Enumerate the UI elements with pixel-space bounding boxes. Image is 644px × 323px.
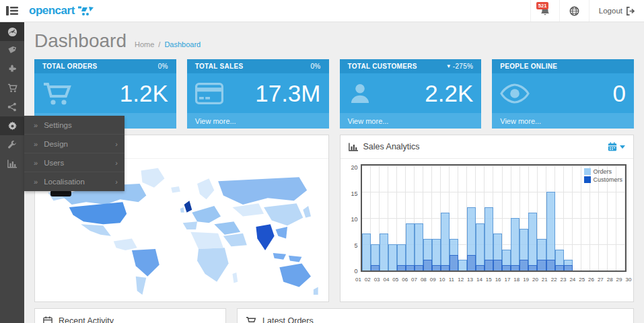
chart-y-axis-labels: 20151050: [347, 164, 361, 275]
country-centralasia-shape[interactable]: [232, 203, 264, 216]
sidebar-item-dashboard[interactable]: [0, 22, 24, 41]
sidebar-item-extensions[interactable]: [0, 60, 24, 79]
tile-label: PEOPLE ONLINE: [500, 63, 557, 70]
country-argentina-shape[interactable]: [136, 277, 147, 295]
orders-swatch: [584, 168, 591, 175]
chart-bar-customers: [423, 260, 432, 271]
country-colombia-shape[interactable]: [114, 239, 137, 250]
chart-bar-customers: [476, 265, 485, 271]
calendar-icon: [608, 142, 617, 151]
country-usa-shape[interactable]: [69, 202, 127, 224]
view-more-link[interactable]: View more...: [187, 113, 329, 129]
menu-item-label: Design: [44, 140, 68, 148]
country-uk-shape[interactable]: [184, 201, 192, 212]
y-tick-label: 15: [351, 190, 357, 197]
menu-item-localisation[interactable]: » Localisation ›: [24, 172, 124, 191]
sales-panel-title: Sales Analytics: [363, 142, 420, 151]
tile-value: 1.2K: [72, 80, 168, 107]
x-tick-label: 25: [577, 277, 587, 283]
country-japan-shape[interactable]: [303, 206, 311, 217]
tile-value: 0: [530, 80, 626, 107]
x-tick-label: 12: [456, 277, 466, 283]
chart-bar-orders: [406, 223, 415, 271]
country-iceland-shape[interactable]: [171, 186, 180, 193]
country-australia-shape[interactable]: [279, 263, 311, 287]
country-indonesia-shape[interactable]: [273, 253, 286, 260]
x-tick-label: 18: [512, 277, 522, 283]
menu-item-design[interactable]: » Design ›: [24, 135, 124, 153]
chart-bar-orders: [546, 192, 555, 271]
calendar-icon: [43, 316, 52, 323]
country-spain-shape[interactable]: [183, 221, 197, 229]
x-tick-label: 17: [503, 277, 512, 283]
country-mexico-shape[interactable]: [81, 224, 111, 236]
view-more-link[interactable]: View more...: [340, 113, 482, 129]
country-india-shape[interactable]: [256, 224, 274, 250]
sidebar-toggle-button[interactable]: [0, 0, 24, 22]
x-tick-label: 11: [447, 277, 456, 283]
tile-value: 17.3M: [223, 80, 321, 107]
country-brazil-shape[interactable]: [132, 249, 159, 277]
chart-bar-customers: [450, 255, 458, 271]
x-tick-label: 14: [474, 277, 484, 283]
x-tick-label: 20: [531, 277, 540, 283]
recent-activity-panel: Recent Activity: [34, 308, 226, 323]
chart-bar-customers: [397, 265, 406, 271]
country-africa-shape[interactable]: [197, 248, 229, 281]
breadcrumb-current[interactable]: Dashboard: [164, 40, 201, 48]
menu-item-users[interactable]: » Users ›: [24, 153, 124, 172]
tile-people-online: PEOPLE ONLINE 0 View more...: [492, 59, 634, 129]
legend-label: Customers: [593, 176, 622, 183]
sidebar-item-catalog[interactable]: [0, 41, 24, 60]
breadcrumb-home[interactable]: Home: [135, 40, 154, 48]
menu-item-settings[interactable]: » Settings: [24, 116, 124, 135]
x-tick-label: 24: [568, 277, 577, 283]
country-greenland-shape[interactable]: [141, 168, 165, 188]
country-mideast-shape[interactable]: [214, 221, 240, 234]
menu-item-label: Settings: [44, 121, 72, 129]
dashboard-icon: [7, 27, 17, 37]
opencart-admin-dashboard: opencart 521 Logout: [0, 0, 644, 323]
menu-item-label: Localisation: [44, 178, 85, 186]
view-more-link[interactable]: View more...: [492, 113, 634, 129]
chart-bar-orders: [511, 218, 520, 271]
y-tick-label: 5: [354, 242, 357, 249]
chart-bar-customers: [467, 255, 476, 271]
tile-body: 2.2K: [340, 73, 482, 113]
country-indonesia-east-shape[interactable]: [289, 256, 301, 262]
x-tick-label: 26: [587, 277, 596, 283]
breadcrumb: Home / Dashboard: [135, 40, 201, 48]
chart-bar-customers: [555, 265, 564, 271]
double-chevron-icon: »: [34, 178, 38, 186]
country-saudi-shape[interactable]: [223, 234, 247, 246]
chart-bar-customers: [415, 265, 423, 271]
sidebar-item-reports[interactable]: [0, 154, 24, 173]
country-newzealand-shape[interactable]: [314, 287, 318, 295]
country-madagascar-shape[interactable]: [232, 273, 238, 283]
date-range-button[interactable]: [608, 142, 625, 151]
store-front-button[interactable]: [559, 0, 589, 22]
sidebar-item-sales[interactable]: [0, 79, 24, 98]
opencart-logo[interactable]: opencart: [24, 0, 95, 22]
sidebar-item-system[interactable]: [0, 116, 24, 135]
header-spacer: [95, 0, 530, 22]
sidebar-item-tools[interactable]: [0, 135, 24, 154]
country-northafrica-shape[interactable]: [190, 232, 223, 249]
notifications-button[interactable]: 521: [530, 0, 559, 22]
country-russia-shape[interactable]: [218, 177, 307, 205]
sidebar-item-marketing[interactable]: [0, 98, 24, 116]
country-scandinavia-shape[interactable]: [197, 178, 214, 199]
double-chevron-icon: »: [34, 159, 38, 167]
chart-bar-customers: [485, 260, 493, 271]
chevron-right-icon: ›: [115, 140, 118, 148]
chart-bar-customers: [493, 260, 502, 271]
title-row: Dashboard Home / Dashboard: [34, 31, 634, 51]
logout-button[interactable]: Logout: [589, 0, 644, 22]
country-ireland-shape[interactable]: [180, 207, 184, 213]
system-flyout-menu: » Settings » Design › » Users › » Locali…: [24, 116, 124, 191]
tile-value: 2.2K: [372, 80, 474, 107]
country-china-shape[interactable]: [264, 203, 303, 225]
x-tick-label: 05: [391, 277, 400, 283]
country-europe-shape[interactable]: [192, 206, 221, 223]
country-seasia-shape[interactable]: [276, 227, 287, 238]
